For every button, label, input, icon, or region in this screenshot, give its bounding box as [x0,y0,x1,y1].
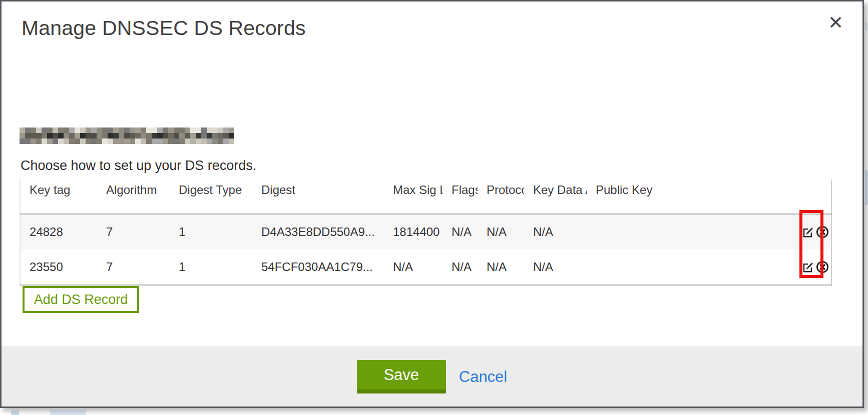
cancel-link[interactable]: Cancel [459,368,508,386]
col-header-digest: Digest [252,180,384,214]
cell-flags: N/A [443,250,478,285]
manage-dnssec-ds-records-dialog: Manage DNSSEC DS Records ✕ Choose how to… [0,0,864,408]
background-page-fragment [865,22,867,30]
cell-algorithm: 7 [97,250,170,285]
col-header-max-sig-life: Max Sig Life [384,180,443,214]
ds-records-table: Key tag Algorithm Digest Type Digest Max… [20,180,831,286]
cell-protocol: N/A [478,250,524,285]
delete-record-button[interactable] [816,226,829,238]
edit-record-button[interactable] [802,261,814,274]
cell-key-tag: 23550 [20,250,97,285]
instruction-text: Choose how to set up your DS records. [21,158,256,174]
edit-icon [802,226,814,238]
col-header-digest-type: Digest Type [170,180,252,214]
col-header-key-tag: Key tag [20,180,97,214]
edit-icon [802,261,814,274]
background-page-fragment [50,410,86,415]
col-header-algorithm: Algorithm [97,180,170,214]
cell-digest: 54FCF030AA1C79... [252,250,384,285]
cell-flags: N/A [443,214,478,250]
redacted-domain [20,128,234,144]
cell-max-sig-life: 1814400 [384,214,443,250]
cell-digest-type: 1 [170,250,252,285]
background-page-fragment [865,170,867,205]
cell-public-key [587,250,775,285]
cell-key-data-alg: N/A [524,250,587,285]
col-header-key-data-alg: Key Data Alg [524,180,587,214]
cell-key-tag: 24828 [20,214,97,250]
cell-algorithm: 7 [97,214,170,250]
save-button[interactable]: Save [357,360,446,394]
cell-max-sig-life: N/A [384,250,443,285]
close-icon[interactable]: ✕ [828,14,843,32]
edit-record-button[interactable] [802,226,814,238]
table-row: 24828 7 1 D4A33E8DD550A9... 1814400 N/A … [20,214,831,250]
cell-public-key [587,214,775,250]
col-header-flags: Flags [443,180,478,214]
col-header-actions [775,180,831,214]
cell-digest: D4A33E8DD550A9... [252,214,384,250]
delete-record-button[interactable] [816,260,829,274]
table-row: 23550 7 1 54FCF030AA1C79... N/A N/A N/A … [20,250,831,285]
background-page-fragment [11,410,19,415]
delete-x-circle-icon [816,226,829,238]
dialog-title: Manage DNSSEC DS Records [22,16,306,40]
col-header-public-key: Public Key [587,180,775,214]
dialog-footer: Save Cancel [2,346,862,406]
cell-key-data-alg: N/A [524,214,587,250]
cell-protocol: N/A [478,214,524,250]
col-header-protocol: Protocol [478,180,524,214]
add-ds-record-button[interactable]: Add DS Record [23,286,139,313]
delete-x-circle-icon [816,260,829,274]
cell-digest-type: 1 [170,214,252,250]
table-header-row: Key tag Algorithm Digest Type Digest Max… [20,180,831,214]
